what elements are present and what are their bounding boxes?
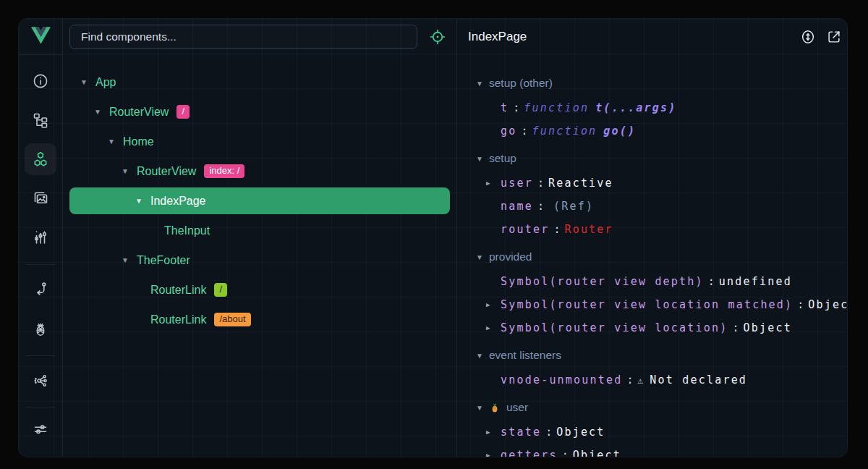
state-key: user — [501, 177, 533, 190]
state-key: getters — [501, 449, 558, 457]
tree-row-label: TheInput — [164, 224, 210, 237]
state-item-router-view-location-matched[interactable]: ▶ Symbol(router view location matched):O… — [457, 293, 847, 316]
tree-row-thefooter[interactable]: ▼ TheFooter — [69, 245, 450, 275]
inspector-header-actions — [800, 29, 842, 45]
chevron-right-icon[interactable]: ▶ — [486, 301, 490, 308]
route-badge: / — [214, 283, 227, 297]
colon: : — [545, 426, 552, 439]
state-item-getters[interactable]: ▶ getters:Object — [457, 444, 847, 457]
state-item-state[interactable]: ▶ state:Object — [457, 421, 847, 444]
colon: : — [553, 223, 560, 236]
chevron-down-icon[interactable]: ▼ — [475, 404, 484, 412]
colon: : — [521, 124, 527, 138]
state-value: Object — [573, 449, 621, 457]
component-tree: ▼ App ▼ RouterView / ▼ Home ▼ RouterView… — [63, 55, 456, 457]
chevron-down-icon[interactable]: ▼ — [475, 352, 484, 360]
tree-row-label: RouterView — [137, 165, 196, 178]
state-item-user[interactable]: ▶ user:Reactive — [457, 172, 847, 195]
tree-row-home[interactable]: ▼ Home — [69, 127, 450, 156]
state-item-router-view-location[interactable]: ▶ Symbol(router view location):Object — [457, 316, 847, 339]
state-item-router: router:Router — [457, 218, 847, 241]
chevron-down-icon[interactable]: ▼ — [135, 197, 143, 205]
chevron-down-icon[interactable]: ▼ — [80, 78, 88, 86]
inspector-panel: IndexPage ▼ setup (other) t:functiont(..… — [457, 19, 847, 457]
pineapple-icon — [489, 402, 501, 413]
tree-row-routerview-index[interactable]: ▼ RouterView index: / — [69, 156, 450, 186]
section-user-store[interactable]: ▼ user — [457, 394, 847, 421]
state-key: go — [501, 124, 516, 138]
state-key: t — [501, 101, 509, 114]
sidebar-item-timeline[interactable] — [25, 221, 56, 253]
tree-row-theinput[interactable]: ▼ TheInput — [69, 216, 450, 245]
expand-all-button[interactable] — [800, 29, 816, 45]
state-key: Symbol(router view depth) — [501, 275, 704, 288]
chevron-down-icon[interactable]: ▼ — [475, 80, 484, 88]
state-value: undefined — [719, 275, 792, 288]
sidebar-item-router[interactable] — [25, 274, 56, 305]
search-input[interactable] — [80, 30, 407, 44]
state-value: Not declared — [650, 373, 747, 386]
state-value: Router — [564, 223, 613, 236]
sidebar-item-component-tree[interactable] — [25, 104, 56, 136]
section-provided[interactable]: ▼ provided — [457, 244, 847, 270]
chevron-down-icon[interactable]: ▼ — [121, 256, 129, 264]
chevron-right-icon[interactable]: ▶ — [486, 428, 490, 436]
target-crosshair-icon — [429, 35, 446, 48]
vue-logo-icon — [31, 27, 51, 47]
state-value: Object — [744, 321, 792, 334]
state-value: Object — [556, 426, 605, 439]
open-in-editor-button[interactable] — [826, 29, 842, 45]
state-value: (Ref) — [553, 200, 594, 213]
devtools-panel: ▼ App ▼ RouterView / ▼ Home ▼ RouterView… — [18, 18, 848, 457]
warning-icon: ⚠ — [638, 375, 644, 386]
state-item-router-view-depth: Symbol(router view depth):undefined — [457, 270, 847, 293]
tree-row-routerlink-root[interactable]: ▼ RouterLink / — [69, 275, 450, 305]
sidebar-item-info[interactable] — [25, 65, 56, 97]
tree-row-indexpage-selected[interactable]: ▼ IndexPage — [69, 187, 450, 214]
section-event-listeners[interactable]: ▼ event listeners — [457, 342, 847, 368]
function-keyword: function — [524, 101, 589, 114]
colon: : — [708, 275, 715, 288]
chevron-right-icon[interactable]: ▶ — [486, 452, 490, 457]
chevron-down-icon[interactable]: ▼ — [121, 167, 129, 175]
sidebar-item-assets[interactable] — [25, 182, 56, 214]
chevron-right-icon[interactable]: ▶ — [486, 324, 490, 331]
section-setup[interactable]: ▼ setup — [457, 145, 847, 172]
sidebar-item-components[interactable] — [25, 143, 56, 175]
chevron-right-icon[interactable]: ▶ — [486, 179, 490, 187]
section-setup-other[interactable]: ▼ setup (other) — [457, 70, 847, 96]
state-value: Object — [808, 298, 848, 311]
chevron-down-icon[interactable]: ▼ — [107, 138, 116, 145]
sidebar-rail — [19, 55, 62, 452]
colon: : — [732, 321, 739, 334]
tree-row-label: RouterLink — [150, 284, 206, 297]
tree-row-routerview[interactable]: ▼ RouterView / — [69, 97, 450, 127]
router-route-icon — [32, 281, 49, 298]
chevron-down-icon[interactable]: ▼ — [93, 108, 102, 116]
assets-images-icon — [32, 190, 49, 207]
state-key: Symbol(router view location) — [501, 321, 728, 334]
info-icon — [32, 72, 49, 90]
section-label: user — [506, 401, 528, 414]
function-keyword: function — [532, 124, 597, 138]
route-badge: /about — [214, 313, 250, 327]
chevron-down-icon[interactable]: ▼ — [475, 253, 484, 261]
colon: : — [513, 101, 519, 114]
tree-row-routerlink-about[interactable]: ▼ RouterLink /about — [69, 305, 450, 334]
inspect-target-button[interactable] — [429, 28, 446, 46]
sidebar-item-graph[interactable] — [25, 365, 56, 397]
tree-row-label: Home — [123, 135, 154, 148]
sidebar-item-settings[interactable] — [25, 413, 56, 445]
section-label: setup (other) — [489, 77, 553, 90]
tree-row-app[interactable]: ▼ App — [69, 67, 450, 97]
component-tree-icon — [32, 111, 49, 129]
state-value: Reactive — [548, 177, 613, 190]
chevron-down-icon[interactable]: ▼ — [475, 155, 484, 163]
tree-row-label: App — [95, 76, 116, 89]
colon: : — [537, 200, 544, 213]
tree-row-label: TheFooter — [137, 254, 190, 267]
inspector-title: IndexPage — [468, 19, 527, 55]
sidebar — [19, 19, 63, 457]
sidebar-item-pinia[interactable] — [25, 313, 56, 345]
tree-row-label: IndexPage — [150, 195, 206, 208]
